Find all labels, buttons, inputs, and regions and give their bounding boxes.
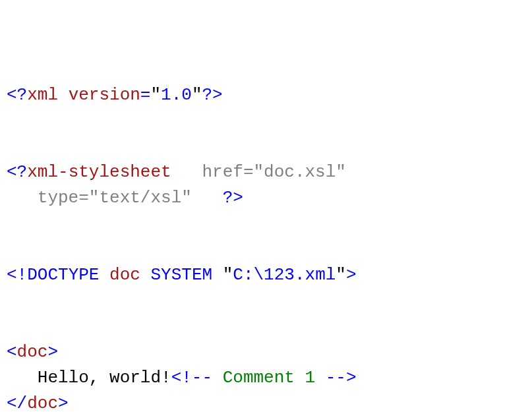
comment-body: Comment 1 (212, 368, 326, 388)
attr-value: doc.xsl (264, 162, 336, 182)
line-close-tag: </doc> (7, 394, 69, 412)
quote: " (254, 162, 264, 182)
tag-name: doc (27, 394, 58, 412)
space (140, 265, 151, 285)
quote: " (192, 85, 202, 105)
text-content: Hello, world! (38, 368, 171, 388)
line-xml-decl: <?xml version="1.0"?> (7, 85, 223, 105)
line-doctype: <!DOCTYPE doc SYSTEM "C:\123.xml"> (7, 265, 357, 285)
gap (192, 188, 223, 208)
code-block: <?xml version="1.0"?> <?xml-stylesheet h… (7, 82, 525, 412)
indent (7, 368, 38, 388)
equals: = (78, 188, 89, 208)
quote: " (336, 162, 346, 182)
decl-open: <! (7, 265, 27, 285)
space (99, 265, 109, 285)
blank-line (7, 108, 525, 134)
system-kw: SYSTEM (150, 265, 212, 285)
tag-close: > (58, 394, 69, 412)
attr-name: version (69, 85, 140, 105)
space (58, 85, 69, 105)
comment-open: <!-- (171, 368, 212, 388)
quote: " (223, 265, 233, 285)
line-stylesheet: <?xml-stylesheet href="doc.xsl" (7, 162, 346, 182)
quote: " (89, 188, 100, 208)
line-stylesheet-cont: type="text/xsl" ?> (7, 188, 243, 208)
tag-name: doc (17, 342, 48, 362)
attr-name: href (202, 162, 243, 182)
indent (7, 188, 38, 208)
blank-line (7, 288, 525, 314)
pi-name: xml (27, 85, 58, 105)
system-path: C:\123.xml (233, 265, 336, 285)
space (212, 265, 223, 285)
pi-open: <? (7, 85, 27, 105)
attr-value: text/xsl (99, 188, 181, 208)
pi-name: xml-stylesheet (27, 162, 171, 182)
comment-close: --> (326, 368, 357, 388)
equals: = (243, 162, 254, 182)
root-element: doc (109, 265, 140, 285)
tag-open: < (7, 342, 17, 362)
blank-line (7, 211, 525, 237)
attr-name: type (38, 188, 78, 208)
quote: " (336, 265, 346, 285)
quote: " (181, 188, 192, 208)
quote: " (150, 85, 161, 105)
pi-close: ?> (202, 85, 223, 105)
decl-close: > (346, 265, 357, 285)
line-open-tag: <doc> (7, 342, 58, 362)
tag-close: > (47, 342, 58, 362)
line-content: Hello, world!<!-- Comment 1 --> (7, 368, 357, 388)
attr-value: 1.0 (161, 85, 192, 105)
gap (171, 162, 202, 182)
pi-close: ?> (223, 188, 243, 208)
equals: = (140, 85, 151, 105)
tag-open: </ (7, 394, 27, 412)
doctype-kw: DOCTYPE (27, 265, 99, 285)
pi-open: <? (7, 162, 27, 182)
